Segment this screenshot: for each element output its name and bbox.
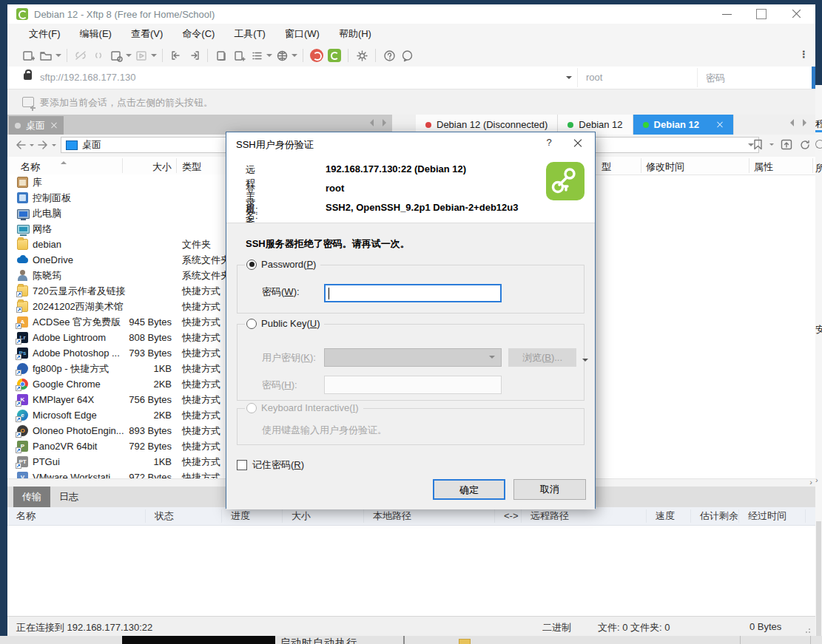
remember-password-row[interactable]: 记住密码(R) — [237, 458, 304, 472]
title-bar[interactable]: Debian 12 - Xftp 8 (Free for Home/School… — [7, 4, 815, 24]
feedback-icon[interactable] — [398, 47, 416, 64]
keyboard-interactive-radio — [246, 403, 257, 413]
transfer-column-6[interactable]: 远程路径 — [522, 509, 647, 523]
transfer-column-2[interactable]: 进度 — [222, 509, 283, 523]
dialog-help-button[interactable]: ? — [541, 137, 557, 150]
address-url-input[interactable]: sftp://192.168.177.130 — [40, 72, 135, 83]
settings-gear-icon[interactable] — [353, 47, 371, 64]
file-type: 快捷方式 — [182, 362, 220, 376]
transfer-mode[interactable]: 二进制 — [542, 621, 571, 634]
transfer-column-1[interactable]: 状态 — [146, 509, 222, 523]
open-folder-caret-icon[interactable] — [55, 47, 62, 64]
file-size: 893 Bytes — [111, 425, 172, 436]
pano2vr-icon: P — [17, 441, 28, 452]
publickey-radio[interactable] — [246, 319, 257, 329]
dialog-title: SSH用户身份验证 — [236, 138, 314, 152]
transfer-header: 名称状态进度大小本地路径<->远程路径速度估计剩余...经过时间 — [7, 507, 815, 526]
menu-item-2[interactable]: 查看(V) — [121, 24, 172, 44]
username-field[interactable]: root — [586, 72, 602, 83]
column-attr[interactable]: 属性 — [754, 160, 773, 174]
duplicate-icon[interactable] — [212, 47, 230, 64]
open-folder-icon[interactable] — [37, 47, 55, 64]
transfer-column-5[interactable]: <-> — [495, 509, 522, 523]
export-icon[interactable] — [185, 47, 203, 64]
tab-log[interactable]: 日志 — [50, 487, 87, 507]
transfer-column-7[interactable]: 速度 — [647, 509, 691, 523]
photoshop-icon: Ps — [17, 348, 28, 359]
session-status-dot — [425, 122, 431, 128]
file-name: 库 — [33, 176, 42, 189]
minimize-button[interactable] — [716, 7, 738, 21]
file-name: 控制面板 — [33, 191, 71, 205]
encoding-caret-icon[interactable] — [291, 47, 298, 64]
new-session-icon[interactable] — [19, 47, 37, 64]
session-tab-scroll-left[interactable] — [370, 119, 386, 126]
column-name[interactable]: 名称 — [21, 160, 40, 174]
transfer-column-0[interactable]: 名称 — [7, 509, 146, 523]
publickey-radio-label[interactable]: Public Key(U) — [261, 318, 320, 329]
transfer-column-4[interactable]: 本地路径 — [364, 509, 495, 523]
xftp-icon[interactable] — [328, 49, 341, 62]
encoding-globe-icon[interactable] — [273, 47, 291, 64]
forward-history-caret-icon[interactable] — [52, 144, 56, 149]
fg800p-icon — [17, 363, 28, 374]
transfer-column-9[interactable]: 经过时间 — [739, 509, 806, 523]
back-history-caret-icon[interactable] — [30, 144, 34, 149]
password-field[interactable]: 密码 — [706, 72, 725, 85]
background-partial-text: 启动时自动执行. — [280, 636, 361, 644]
password-radio-label[interactable]: Password(P) — [261, 259, 316, 270]
ssh-auth-key-icon — [546, 162, 585, 200]
up-folder-icon[interactable] — [781, 139, 792, 150]
transfer-column-3[interactable]: 大小 — [283, 509, 364, 523]
dialog-title-bar[interactable]: SSH用户身份验证 ? — [226, 132, 595, 155]
info-value: 192.168.177.130:22 (Debian 12) — [326, 163, 466, 174]
column-size[interactable]: 大小 — [111, 160, 172, 174]
list-view-icon[interactable] — [248, 47, 266, 64]
column-type[interactable]: 类型 — [182, 160, 201, 174]
password-input[interactable] — [324, 284, 502, 302]
transfer-column-8[interactable]: 估计剩余... — [691, 509, 739, 523]
refresh-icon[interactable] — [799, 139, 811, 150]
column-type-partial[interactable]: 型 — [602, 160, 611, 174]
file-type: 系统文件夹 — [182, 254, 230, 267]
menu-item-0[interactable]: 文件(F) — [19, 24, 70, 44]
toolbar — [7, 44, 815, 67]
scroll-right-icon[interactable]: › — [809, 478, 812, 487]
remember-password-checkbox[interactable] — [237, 460, 247, 470]
close-button[interactable] — [784, 7, 806, 21]
back-icon[interactable] — [15, 140, 27, 150]
menu-item-5[interactable]: 窗口(W) — [275, 24, 329, 44]
xshell-icon[interactable] — [310, 49, 323, 62]
list-view-caret-icon[interactable] — [266, 47, 273, 64]
session-properties-caret-icon[interactable] — [125, 47, 132, 64]
password-field-label: 密码(W): — [262, 285, 300, 299]
tab-transfer[interactable]: 传输 — [13, 487, 50, 507]
ok-button[interactable]: 确定 — [433, 479, 505, 500]
bookmark-icon[interactable] — [753, 139, 763, 150]
menu-item-3[interactable]: 命令(C) — [172, 24, 224, 44]
toolbar-overflow-icon[interactable]: ⋮ — [799, 49, 809, 60]
new-window-icon[interactable] — [230, 47, 248, 64]
maximize-button[interactable] — [750, 7, 772, 21]
column-mtime[interactable]: 修改时间 — [646, 160, 684, 174]
session-tab-close-icon[interactable] — [716, 121, 724, 129]
dialog-close-button[interactable] — [573, 138, 583, 149]
oloneo-icon: O — [17, 425, 28, 436]
menu-item-1[interactable]: 编辑(E) — [70, 24, 121, 44]
session-properties-icon[interactable] — [107, 47, 125, 64]
local-tab-desktop[interactable]: 桌面 — [9, 116, 64, 135]
address-dropdown-icon[interactable] — [566, 76, 572, 82]
session-tab-2[interactable]: Debian 12 — [633, 115, 734, 135]
menu-item-6[interactable]: 帮助(H) — [329, 24, 381, 44]
sliver-tab-text: 程 — [815, 118, 822, 131]
menu-item-4[interactable]: 工具(T) — [224, 24, 275, 44]
bookmark-caret-icon[interactable] — [769, 143, 774, 148]
help-icon[interactable] — [380, 47, 398, 64]
tab-close-icon[interactable] — [50, 122, 58, 129]
session-tab-scroll-right[interactable] — [790, 119, 806, 126]
import-icon[interactable] — [167, 47, 185, 64]
forward-icon[interactable] — [37, 140, 49, 150]
password-radio[interactable] — [246, 260, 257, 270]
cancel-button[interactable]: 取消 — [513, 479, 586, 500]
resize-grip[interactable] — [805, 626, 812, 634]
